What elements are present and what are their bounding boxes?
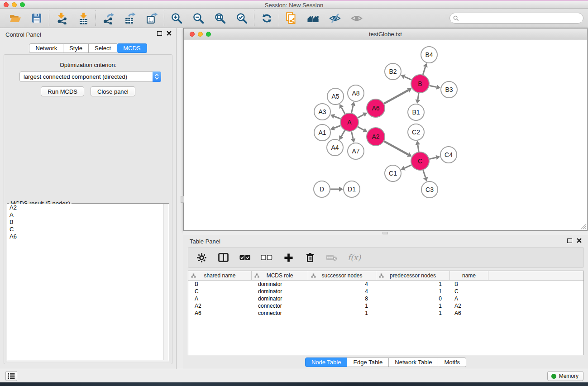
export-table-button[interactable]	[124, 12, 136, 24]
node-label: A	[347, 119, 352, 126]
search-input[interactable]	[461, 14, 583, 22]
close-panel-icon[interactable]	[167, 31, 172, 36]
column-header-label: name	[462, 272, 476, 279]
desktop-background	[0, 382, 588, 386]
network-window-titlebar[interactable]: testGlobe.txt	[184, 29, 587, 40]
zoom-in-button[interactable]	[170, 12, 183, 24]
node-label: C1	[389, 170, 397, 177]
mcds-result-item[interactable]: A	[8, 211, 163, 219]
export-network-button[interactable]	[102, 12, 115, 24]
save-session-button[interactable]	[30, 12, 43, 24]
network-edge[interactable]	[429, 157, 436, 159]
run-mcds-button[interactable]: Run MCDS	[41, 86, 84, 96]
new-network-from-selection-button[interactable]	[285, 12, 298, 24]
node-label: C2	[412, 129, 420, 136]
mcds-list-scrollbar[interactable]	[163, 204, 168, 360]
table-row[interactable]: A2connector11A2	[188, 302, 583, 310]
task-history-button[interactable]	[5, 371, 17, 381]
select-all-button[interactable]	[239, 252, 251, 263]
refresh-button[interactable]	[260, 12, 273, 24]
show-column-button[interactable]	[217, 252, 229, 263]
network-edge[interactable]	[423, 67, 425, 75]
network-edge[interactable]	[341, 130, 345, 136]
delete-table-button[interactable]	[326, 252, 338, 263]
column-header-shared-name[interactable]: shared name	[188, 271, 252, 280]
deselect-all-button[interactable]	[261, 252, 272, 263]
table-tabs: Node Table Edge Table Network Table Moti…	[183, 357, 588, 367]
column-header-successor-nodes[interactable]: successor nodes	[308, 271, 376, 280]
hide-selected-button[interactable]	[329, 12, 341, 24]
resize-grip-icon[interactable]	[580, 223, 586, 229]
tab-style[interactable]: Style	[63, 43, 89, 53]
mcds-result-list[interactable]: A2ABCA6	[8, 204, 163, 360]
tab-mcds[interactable]: MCDS	[117, 43, 147, 53]
network-edge[interactable]	[418, 93, 419, 100]
show-all-button[interactable]	[350, 12, 363, 24]
tab-edge-table[interactable]: Edge Table	[347, 357, 389, 367]
tab-node-table[interactable]: Node Table	[305, 357, 348, 367]
export-image-button[interactable]	[145, 12, 158, 24]
network-edge[interactable]	[384, 90, 408, 103]
table-cell: 1	[376, 288, 450, 295]
zoom-out-button[interactable]	[192, 12, 205, 24]
network-edge[interactable]	[384, 141, 408, 154]
zoom-fit-button[interactable]	[214, 12, 226, 24]
table-row[interactable]: A6connector11A6	[188, 310, 583, 317]
tab-network-table[interactable]: Network Table	[389, 357, 438, 367]
network-edge[interactable]	[358, 114, 364, 118]
function-builder-button[interactable]: f(x)	[348, 252, 361, 263]
node-label: C4	[445, 151, 453, 158]
create-column-button[interactable]	[282, 252, 294, 263]
tab-select[interactable]: Select	[89, 43, 117, 53]
column-header-predecessor-nodes[interactable]: predecessor nodes	[376, 271, 450, 280]
network-edge[interactable]	[405, 76, 411, 80]
network-edge[interactable]	[405, 165, 411, 168]
close-panel-button[interactable]: Close panel	[91, 86, 135, 96]
first-neighbors-button[interactable]	[307, 12, 320, 24]
network-edge[interactable]	[418, 145, 419, 152]
network-edge[interactable]	[351, 132, 353, 139]
import-network-button[interactable]	[55, 12, 68, 24]
mcds-result-item[interactable]: B	[8, 219, 163, 226]
node-table-body: Bdominator41BCdominator41CAdominator80AA…	[188, 281, 583, 317]
table-cell: 4	[308, 281, 376, 288]
network-edge[interactable]	[423, 170, 426, 178]
table-cell: dominator	[252, 281, 308, 288]
mcds-result-item[interactable]: A2	[8, 204, 163, 211]
zoom-selected-button[interactable]	[235, 12, 248, 24]
memory-button[interactable]: Memory	[547, 371, 583, 381]
vertical-divider-thumb[interactable]	[181, 196, 184, 203]
network-edge[interactable]	[334, 116, 340, 119]
network-canvas[interactable]: B4B2BB3A8A5A6A3B1AA1C2A2A4A7C4CC1C3DD1	[184, 41, 587, 230]
mcds-result-item[interactable]: C	[8, 226, 163, 233]
search-box[interactable]	[449, 13, 583, 24]
column-header-filler	[488, 271, 583, 280]
delete-column-button[interactable]	[304, 252, 316, 263]
network-edge[interactable]	[334, 126, 340, 128]
table-settings-button[interactable]	[196, 252, 207, 263]
import-table-button[interactable]	[77, 12, 90, 24]
network-edge[interactable]	[351, 105, 353, 113]
horizontal-divider-thumb[interactable]	[382, 232, 388, 234]
table-row[interactable]: Adominator80A	[188, 295, 583, 302]
mcds-result-item[interactable]: A6	[8, 233, 163, 240]
network-edge[interactable]	[430, 86, 437, 87]
table-cell: A2	[188, 302, 252, 310]
float-panel-icon[interactable]	[157, 31, 162, 36]
first-neighbors-icon	[307, 12, 320, 24]
open-file-button[interactable]	[9, 12, 21, 24]
application-window: Session: New Session	[0, 0, 588, 386]
criterion-dropdown[interactable]: largest connected component (directed)	[19, 71, 161, 82]
network-edge[interactable]	[358, 127, 363, 130]
table-panel: Table Panel	[183, 235, 588, 369]
tab-network[interactable]: Network	[29, 43, 63, 53]
float-table-panel-icon[interactable]	[567, 238, 572, 243]
tab-motifs[interactable]: Motifs	[438, 357, 466, 367]
column-header-MCDS-role[interactable]: MCDS role	[252, 271, 308, 280]
close-table-panel-icon[interactable]	[577, 238, 582, 243]
column-header-name[interactable]: name	[450, 271, 488, 280]
table-row[interactable]: Cdominator41C	[188, 288, 583, 295]
window-titlebar[interactable]: Session: New Session	[0, 0, 588, 9]
network-edge[interactable]	[341, 108, 345, 114]
table-row[interactable]: Bdominator41B	[188, 281, 583, 288]
